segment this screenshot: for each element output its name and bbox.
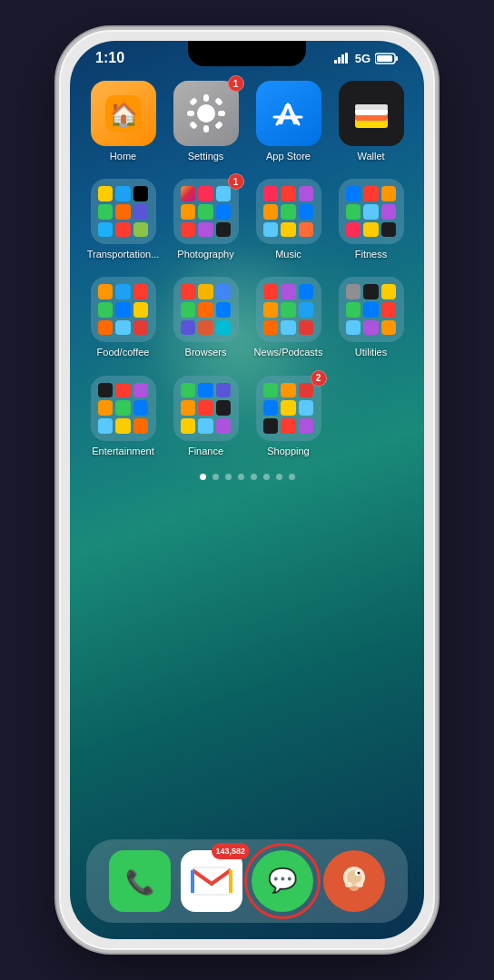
page-dot-8[interactable] xyxy=(289,474,295,480)
app-grid: 🏠 Home xyxy=(70,72,424,457)
status-time: 1:10 xyxy=(95,50,124,66)
app-fitness-label: Fitness xyxy=(355,249,387,260)
svg-rect-10 xyxy=(203,94,209,102)
dock-gmail[interactable]: 143,582 xyxy=(181,850,242,912)
app-browsers[interactable]: Browsers xyxy=(169,277,242,358)
app-entertainment-label: Entertainment xyxy=(92,446,153,457)
page-dot-3[interactable] xyxy=(225,474,232,480)
app-transportation-label: Transportation... xyxy=(87,249,160,260)
appstore-app-icon: A xyxy=(268,93,309,134)
settings-app-icon xyxy=(183,91,229,136)
app-entertainment[interactable]: Entertainment xyxy=(86,376,160,457)
svg-text:🏠: 🏠 xyxy=(109,100,139,129)
volume-up-button[interactable] xyxy=(56,193,59,230)
app-wallet[interactable]: Wallet xyxy=(334,81,408,162)
svg-rect-3 xyxy=(345,53,348,64)
app-food-coffee-label: Food/coffee xyxy=(97,347,150,358)
app-photography-label: Photography xyxy=(177,249,233,260)
app-empty xyxy=(334,376,408,457)
app-photography[interactable]: 1 Photography xyxy=(169,179,242,260)
svg-rect-6 xyxy=(377,55,392,62)
app-shopping[interactable]: 2 Shopping xyxy=(252,376,325,457)
app-finance-label: Finance xyxy=(188,446,223,457)
svg-point-38 xyxy=(350,886,359,891)
page-dot-2[interactable] xyxy=(212,474,219,480)
page-indicators xyxy=(70,457,424,491)
dock-duckduckgo[interactable] xyxy=(323,850,385,912)
page-dot-1[interactable] xyxy=(200,474,206,480)
settings-badge: 1 xyxy=(228,75,244,92)
app-home[interactable]: 🏠 Home xyxy=(86,81,160,162)
svg-rect-2 xyxy=(341,54,344,64)
duckduckgo-app-icon xyxy=(323,850,385,912)
svg-text:📞: 📞 xyxy=(125,867,155,897)
dock: 📞 xyxy=(86,839,408,923)
gmail-badge: 143,582 xyxy=(212,843,250,859)
svg-rect-17 xyxy=(214,121,223,130)
svg-rect-12 xyxy=(187,111,194,116)
page-dot-7[interactable] xyxy=(276,474,282,480)
notch xyxy=(188,41,306,66)
page-dot-6[interactable] xyxy=(263,474,270,480)
svg-rect-28 xyxy=(193,867,231,895)
shopping-badge: 2 xyxy=(311,370,327,387)
signal-icon xyxy=(334,53,351,64)
app-shopping-label: Shopping xyxy=(267,446,310,457)
dock-phone[interactable]: 📞 xyxy=(109,850,171,912)
network-type: 5G xyxy=(355,52,370,65)
svg-rect-14 xyxy=(189,97,198,106)
battery-icon xyxy=(375,53,399,64)
power-button[interactable] xyxy=(435,220,438,275)
volume-down-button[interactable] xyxy=(56,243,59,279)
app-browsers-label: Browsers xyxy=(185,347,227,358)
svg-point-9 xyxy=(197,104,215,122)
svg-rect-0 xyxy=(334,60,337,64)
status-icons: 5G xyxy=(334,52,399,65)
home-app-icon: 🏠 xyxy=(105,95,142,132)
app-news-podcasts-label: News/Podcasts xyxy=(254,347,323,358)
photography-badge: 1 xyxy=(228,173,244,190)
svg-point-35 xyxy=(357,872,360,875)
app-finance[interactable]: Finance xyxy=(169,376,242,457)
svg-rect-16 xyxy=(189,121,198,130)
app-app-store[interactable]: A App Store xyxy=(252,81,325,162)
messages-highlight-ring xyxy=(244,843,321,919)
app-music-label: Music xyxy=(275,249,301,260)
svg-rect-11 xyxy=(203,125,209,132)
phone-app-icon: 📞 xyxy=(109,850,171,912)
app-settings-label: Settings xyxy=(188,151,224,162)
wallet-app-icon xyxy=(350,92,393,135)
page-dot-4[interactable] xyxy=(238,474,244,480)
app-fitness[interactable]: Fitness xyxy=(334,179,408,260)
gmail-app-icon xyxy=(181,850,242,912)
app-utilities[interactable]: Utilities xyxy=(334,277,408,358)
app-food-coffee[interactable]: Food/coffee xyxy=(86,277,160,358)
svg-rect-25 xyxy=(355,104,388,110)
svg-rect-15 xyxy=(214,97,223,106)
app-music[interactable]: Music xyxy=(252,179,325,260)
svg-rect-13 xyxy=(218,111,225,116)
svg-rect-1 xyxy=(338,57,341,64)
svg-rect-5 xyxy=(396,56,399,61)
dock-messages[interactable]: 💬 xyxy=(252,850,313,912)
app-settings[interactable]: 1 Settings xyxy=(169,81,242,162)
app-news-podcasts[interactable]: News/Podcasts xyxy=(252,277,325,358)
app-app-store-label: App Store xyxy=(266,151,311,162)
app-wallet-label: Wallet xyxy=(357,151,384,162)
app-utilities-label: Utilities xyxy=(355,347,387,358)
svg-text:A: A xyxy=(277,98,298,131)
phone-frame: 1:10 5G xyxy=(56,27,438,953)
page-dot-5[interactable] xyxy=(251,474,257,480)
app-home-label: Home xyxy=(110,151,136,162)
app-transportation[interactable]: Transportation... xyxy=(86,179,160,260)
phone-screen: 1:10 5G xyxy=(70,41,424,939)
